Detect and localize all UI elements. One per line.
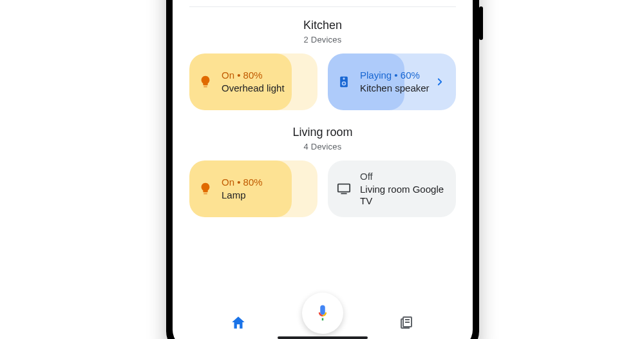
device-card-living-room-tv[interactable]: Off Living room Google TV [328,160,456,217]
device-status: Playing • 60% [360,70,430,81]
bulb-icon [198,182,213,196]
device-status: Off [360,171,446,182]
assistant-mic-button[interactable] [302,293,343,334]
room-title: Kitchen [173,19,473,32]
room-title: Living room [173,126,473,139]
speaker-icon [337,75,351,89]
device-name: Living room Google TV [360,184,446,207]
device-status: On • 80% [222,70,285,81]
nav-home-button[interactable] [224,309,252,337]
device-name: Kitchen speaker [360,82,430,94]
device-card-lamp[interactable]: On • 80% Lamp [189,160,317,217]
device-name: Overhead light [222,82,285,94]
bulb-icon [198,75,213,89]
device-card-kitchen-speaker[interactable]: Playing • 60% Kitchen speaker [328,53,456,110]
tv-icon [337,182,351,196]
room-subtitle: 2 Devices [173,35,473,44]
device-name: Lamp [222,189,263,201]
phone-screen: Kitchen 2 Devices On • 80% Overhead ligh… [173,0,473,339]
room-subtitle: 4 Devices [173,142,473,151]
device-card-overhead-light[interactable]: On • 80% Overhead light [189,53,317,110]
gesture-bar [278,336,368,339]
phone-frame: Kitchen 2 Devices On • 80% Overhead ligh… [166,0,479,339]
chevron-right-icon [434,76,446,88]
nav-feed-button[interactable] [393,309,421,337]
device-status: On • 80% [222,177,263,188]
svg-rect-0 [338,184,350,192]
bottom-nav [173,302,473,339]
divider [189,6,456,7]
